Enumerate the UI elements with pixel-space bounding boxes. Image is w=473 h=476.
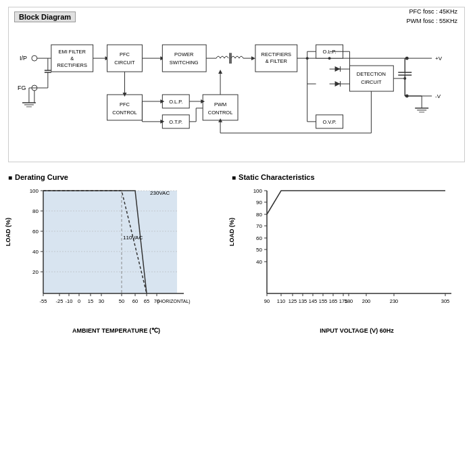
svg-text:RECTIFIERS: RECTIFIERS xyxy=(262,51,291,57)
svg-text:&: & xyxy=(70,55,74,62)
svg-text:135: 135 xyxy=(299,298,307,304)
svg-text:125: 125 xyxy=(289,298,297,304)
svg-text:CIRCUIT: CIRCUIT xyxy=(114,60,135,66)
static-y-axis-label: LOAD (%) xyxy=(228,218,235,246)
svg-point-70 xyxy=(403,77,406,80)
svg-text:30: 30 xyxy=(99,298,104,304)
svg-marker-63 xyxy=(335,66,341,72)
svg-rect-95 xyxy=(316,115,343,128)
svg-rect-112 xyxy=(43,191,177,293)
svg-rect-76 xyxy=(162,95,189,108)
svg-text:65: 65 xyxy=(144,298,149,304)
svg-rect-57 xyxy=(349,66,393,91)
svg-text:DETECTION: DETECTION xyxy=(357,71,386,77)
svg-rect-24 xyxy=(162,45,206,72)
svg-text:POWER: POWER xyxy=(174,51,194,57)
svg-text:40: 40 xyxy=(256,259,262,265)
svg-point-37 xyxy=(405,57,409,60)
svg-text:80: 80 xyxy=(256,212,262,218)
svg-text:60: 60 xyxy=(132,298,138,304)
svg-text:70: 70 xyxy=(256,223,262,229)
svg-marker-66 xyxy=(335,81,341,87)
static-chart-svg: 100 90 80 70 60 50 xyxy=(239,185,468,320)
svg-text:O.L.P.: O.L.P. xyxy=(169,99,182,105)
svg-text:305: 305 xyxy=(441,298,450,304)
svg-text:90: 90 xyxy=(264,298,270,304)
svg-text:-V: -V xyxy=(435,93,441,99)
svg-text:-55: -55 xyxy=(40,298,47,304)
derating-y-axis-label: LOAD (%) xyxy=(5,218,11,246)
svg-text:PWM: PWM xyxy=(214,101,226,108)
svg-marker-75 xyxy=(123,93,127,97)
svg-rect-85 xyxy=(203,95,238,120)
svg-marker-83 xyxy=(160,99,164,103)
svg-text:20: 20 xyxy=(32,269,39,275)
svg-point-5 xyxy=(32,55,37,61)
svg-rect-32 xyxy=(255,45,297,72)
svg-marker-84 xyxy=(160,120,164,124)
svg-text:RECTIFIERS: RECTIFIERS xyxy=(57,62,87,68)
svg-text:60: 60 xyxy=(32,229,39,235)
svg-text:165: 165 xyxy=(329,298,338,304)
svg-text:-10: -10 xyxy=(66,298,73,304)
static-characteristics-section: Static Characteristics LOAD (%) 100 90 xyxy=(232,173,465,334)
svg-text:O.T.P.: O.T.P. xyxy=(169,119,182,125)
svg-rect-19 xyxy=(107,45,143,72)
derating-curve-header: Derating Curve xyxy=(8,173,225,181)
svg-point-56 xyxy=(306,57,309,60)
svg-text:SWITCHING: SWITCHING xyxy=(170,60,199,66)
svg-marker-18 xyxy=(105,56,109,60)
svg-text:15: 15 xyxy=(88,298,93,304)
svg-text:110VAC: 110VAC xyxy=(123,235,143,241)
svg-text:230: 230 xyxy=(390,298,399,304)
svg-text:230VAC: 230VAC xyxy=(150,190,170,196)
derating-chart-svg: 100 80 60 40 20 xyxy=(15,185,218,320)
svg-text:CONTROL: CONTROL xyxy=(112,110,137,116)
pfc-note: PFC fosc : 45KHzPWM fosc : 55KHz xyxy=(406,7,457,26)
svg-marker-23 xyxy=(160,56,164,60)
svg-text:PFC: PFC xyxy=(120,101,130,108)
svg-rect-13 xyxy=(51,45,93,72)
svg-point-40 xyxy=(405,94,409,97)
svg-text:40: 40 xyxy=(32,249,39,255)
block-diagram-title: Block Diagram xyxy=(14,11,76,22)
svg-text:100: 100 xyxy=(30,188,39,194)
static-x-axis-label: INPUT VOLTAGE (V) 60Hz xyxy=(252,327,462,334)
svg-text:145: 145 xyxy=(309,298,318,304)
svg-text:-25: -25 xyxy=(56,298,64,304)
svg-text:100: 100 xyxy=(253,188,263,194)
svg-text:FG: FG xyxy=(18,85,26,91)
svg-text:EMI FILTER: EMI FILTER xyxy=(58,49,86,55)
svg-text:& FILTER: & FILTER xyxy=(266,58,288,64)
svg-marker-92 xyxy=(201,99,205,103)
block-diagram-section: Block Diagram PFC fosc : 45KHzPWM fosc :… xyxy=(8,7,465,162)
svg-rect-78 xyxy=(162,115,189,128)
svg-marker-31 xyxy=(251,56,255,60)
svg-text:O.V.P.: O.V.P. xyxy=(322,119,336,125)
static-characteristics-header: Static Characteristics xyxy=(232,173,465,181)
derating-curve-section: Derating Curve LOAD (%) 100 xyxy=(8,173,225,334)
svg-text:(HORIZONTAL): (HORIZONTAL) xyxy=(157,299,190,304)
svg-text:180: 180 xyxy=(345,298,353,304)
svg-text:PFC: PFC xyxy=(120,51,130,57)
page: Block Diagram PFC fosc : 45KHzPWM fosc :… xyxy=(0,0,473,476)
svg-text:I/P: I/P xyxy=(20,55,27,62)
svg-point-6 xyxy=(32,85,37,91)
svg-point-52 xyxy=(328,57,331,60)
svg-text:0: 0 xyxy=(78,298,80,304)
block-diagram-svg: EMI FILTER & RECTIFIERS PFC CIRCUIT POWE… xyxy=(14,25,459,157)
svg-text:+V: +V xyxy=(435,55,443,62)
derating-x-axis-label: AMBIENT TEMPERATURE (℃) xyxy=(28,327,204,334)
svg-text:CONTROL: CONTROL xyxy=(208,110,233,116)
svg-text:80: 80 xyxy=(32,208,39,214)
svg-text:O.L.P.: O.L.P. xyxy=(322,49,336,55)
bottom-row: Derating Curve LOAD (%) 100 xyxy=(8,173,465,334)
svg-marker-94 xyxy=(218,70,222,74)
svg-rect-47 xyxy=(316,45,343,58)
svg-marker-104 xyxy=(218,118,222,122)
svg-text:60: 60 xyxy=(256,235,262,241)
svg-text:110: 110 xyxy=(277,298,286,304)
svg-text:200: 200 xyxy=(362,298,371,304)
svg-text:155: 155 xyxy=(319,298,328,304)
svg-text:90: 90 xyxy=(256,199,262,206)
